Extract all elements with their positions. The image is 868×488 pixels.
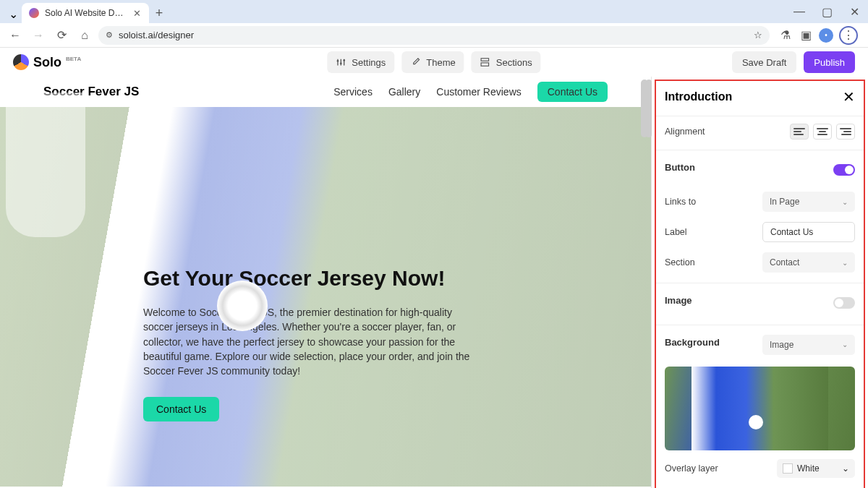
publish-button[interactable]: Publish xyxy=(804,51,855,73)
background-select[interactable]: Image⌄ xyxy=(762,335,855,355)
align-right-button[interactable] xyxy=(836,124,855,140)
chevron-down-icon: ⌄ xyxy=(842,463,849,474)
chevron-down-icon: ⌄ xyxy=(842,198,848,206)
app-toolbar: Solo BETA Settings Theme Sections Save D… xyxy=(0,48,868,77)
logo-text: Solo xyxy=(33,55,61,70)
nav-reviews[interactable]: Customer Reviews xyxy=(436,86,521,98)
url-text: soloist.ai/designer xyxy=(119,30,748,40)
links-to-label: Links to xyxy=(665,197,696,207)
browser-tab[interactable]: Solo AI Website Designer ✕ xyxy=(22,3,149,23)
nav-gallery[interactable]: Gallery xyxy=(388,86,420,98)
sections-icon xyxy=(480,57,490,67)
window-close-icon[interactable]: ✕ xyxy=(841,0,868,23)
label-label: Label xyxy=(665,227,687,237)
settings-button[interactable]: Settings xyxy=(327,51,394,73)
beta-badge: BETA xyxy=(66,56,81,62)
align-left-button[interactable] xyxy=(790,124,809,140)
image-section-title: Image xyxy=(665,295,692,306)
divider xyxy=(656,283,864,283)
svg-point-1 xyxy=(340,62,342,64)
image-toggle[interactable] xyxy=(833,297,855,309)
favicon-icon xyxy=(29,8,39,18)
close-icon[interactable]: ✕ xyxy=(132,8,142,18)
divider xyxy=(656,325,864,325)
browser-tab-strip: ⌄ Solo AI Website Designer ✕ + — ▢ ✕ xyxy=(0,0,868,23)
alignment-label: Alignment xyxy=(665,127,705,137)
divider xyxy=(656,150,864,150)
align-center-button[interactable] xyxy=(813,124,832,140)
save-draft-button[interactable]: Save Draft xyxy=(732,51,796,73)
background-value: Image xyxy=(770,340,793,350)
section-value: Contact xyxy=(770,257,799,267)
section-label: Section xyxy=(665,257,695,267)
inspector-panel: Introduction ✕ Alignment Button Links to… xyxy=(651,77,868,488)
sections-button[interactable]: Sections xyxy=(472,51,541,73)
hero-cta-button[interactable]: Contact Us xyxy=(143,397,219,421)
hero-body[interactable]: Welcome to Soccer Fever JS, the premier … xyxy=(143,305,476,378)
label-input[interactable] xyxy=(762,222,855,242)
button-toggle[interactable] xyxy=(833,164,855,176)
labs-icon[interactable]: ⚗ xyxy=(778,28,793,43)
sliders-icon xyxy=(336,57,346,67)
settings-label: Settings xyxy=(352,57,386,68)
overlay-value: White xyxy=(797,463,820,474)
theme-button[interactable]: Theme xyxy=(401,51,464,73)
color-swatch-icon xyxy=(783,463,793,474)
background-section-title: Background xyxy=(665,337,720,348)
overlay-select[interactable]: White ⌄ xyxy=(777,459,855,478)
chevron-down-icon: ⌄ xyxy=(842,259,848,267)
overlay-label: Overlay layer xyxy=(665,463,718,474)
nav-contact-button[interactable]: Contact Us xyxy=(537,82,608,102)
maximize-icon[interactable]: ▢ xyxy=(813,0,841,23)
divider xyxy=(656,116,864,116)
reader-icon[interactable]: ▣ xyxy=(799,28,813,43)
minimize-icon[interactable]: — xyxy=(786,0,813,23)
tab-search-dropdown[interactable]: ⌄ xyxy=(4,4,22,23)
background-thumbnail[interactable] xyxy=(665,367,855,450)
links-to-value: In Page xyxy=(770,197,799,207)
hero-section[interactable]: Get Your Soccer Jersey Now! Welcome to S… xyxy=(0,107,651,487)
links-to-select[interactable]: In Page⌄ xyxy=(762,192,855,212)
inspector-title: Introduction xyxy=(665,90,732,103)
logo-mark-icon xyxy=(13,54,29,70)
star-icon[interactable]: ☆ xyxy=(754,30,762,40)
url-field[interactable]: ⚙ soloist.ai/designer ☆ xyxy=(98,26,770,45)
svg-rect-3 xyxy=(482,59,490,61)
inspector-scrollbar[interactable] xyxy=(646,80,652,137)
site-settings-icon[interactable]: ⚙ xyxy=(106,30,113,40)
new-tab-button[interactable]: + xyxy=(149,3,169,23)
svg-rect-4 xyxy=(482,63,490,66)
sections-label: Sections xyxy=(496,57,532,68)
palette-icon xyxy=(410,57,420,67)
canvas[interactable]: Soccer Fever JS Services Gallery Custome… xyxy=(0,77,651,488)
address-bar: ← → ⟳ ⌂ ⚙ soloist.ai/designer ☆ ⚗ ▣ • ⋮ xyxy=(0,23,868,48)
profile-icon[interactable]: • xyxy=(819,28,833,43)
theme-label: Theme xyxy=(426,57,455,68)
back-button[interactable]: ← xyxy=(6,26,25,45)
chevron-down-icon: ⌄ xyxy=(842,341,848,348)
browser-menu-icon[interactable]: ⋮ xyxy=(839,26,858,45)
inspector-close-icon[interactable]: ✕ xyxy=(843,88,855,106)
reload-button[interactable]: ⟳ xyxy=(52,26,71,45)
app-logo[interactable]: Solo BETA xyxy=(13,54,81,70)
section-select[interactable]: Contact⌄ xyxy=(762,252,855,273)
site-header: Soccer Fever JS Services Gallery Custome… xyxy=(0,77,651,107)
svg-point-2 xyxy=(343,59,345,61)
button-section-title: Button xyxy=(665,162,695,173)
home-button[interactable]: ⌂ xyxy=(75,26,94,45)
tab-title: Solo AI Website Designer xyxy=(45,8,126,18)
forward-button[interactable]: → xyxy=(29,26,48,45)
hero-heading[interactable]: Get Your Soccer Jersey Now! xyxy=(143,266,651,291)
svg-point-0 xyxy=(337,60,339,62)
nav-services[interactable]: Services xyxy=(333,86,373,98)
